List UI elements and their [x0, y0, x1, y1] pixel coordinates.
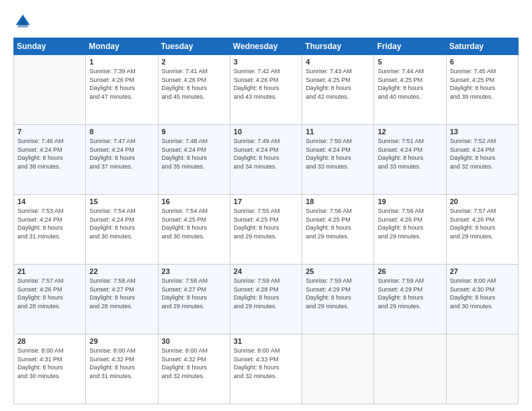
day-number: 27	[450, 267, 515, 275]
day-info: Sunrise: 7:58 AM Sunset: 4:27 PM Dayligh…	[162, 277, 226, 310]
calendar-cell: 17Sunrise: 7:55 AM Sunset: 4:25 PM Dayli…	[230, 195, 302, 265]
day-number: 13	[450, 128, 515, 136]
day-number: 11	[306, 128, 370, 136]
day-number: 31	[234, 337, 298, 345]
day-info: Sunrise: 7:50 AM Sunset: 4:24 PM Dayligh…	[306, 137, 370, 171]
day-number: 19	[378, 197, 442, 205]
day-number: 8	[89, 128, 154, 136]
calendar-cell: 29Sunrise: 8:00 AM Sunset: 4:32 PM Dayli…	[86, 334, 158, 404]
day-number: 24	[234, 267, 298, 275]
weekday-header-wednesday: Wednesday	[230, 38, 302, 55]
calendar-cell: 10Sunrise: 7:49 AM Sunset: 4:24 PM Dayli…	[230, 125, 302, 195]
calendar-cell: 30Sunrise: 8:00 AM Sunset: 4:32 PM Dayli…	[158, 334, 230, 404]
day-number: 18	[306, 197, 370, 205]
day-info: Sunrise: 8:00 AM Sunset: 4:32 PM Dayligh…	[162, 347, 226, 380]
day-info: Sunrise: 7:56 AM Sunset: 4:26 PM Dayligh…	[378, 207, 442, 240]
calendar-cell	[374, 334, 446, 404]
calendar-cell: 26Sunrise: 7:59 AM Sunset: 4:29 PM Dayli…	[374, 265, 446, 334]
calendar-table: SundayMondayTuesdayWednesdayThursdayFrid…	[13, 38, 519, 404]
day-info: Sunrise: 7:51 AM Sunset: 4:24 PM Dayligh…	[378, 137, 442, 171]
day-info: Sunrise: 7:49 AM Sunset: 4:24 PM Dayligh…	[234, 137, 298, 171]
day-number: 28	[17, 337, 82, 345]
calendar-cell	[302, 334, 374, 404]
day-number: 1	[89, 58, 154, 66]
day-number: 10	[234, 128, 298, 136]
calendar-cell: 13Sunrise: 7:52 AM Sunset: 4:24 PM Dayli…	[446, 125, 518, 195]
logo	[13, 12, 34, 31]
day-info: Sunrise: 7:59 AM Sunset: 4:29 PM Dayligh…	[378, 277, 442, 310]
page: SundayMondayTuesdayWednesdayThursdayFrid…	[0, 0, 532, 411]
calendar-cell: 31Sunrise: 8:00 AM Sunset: 4:33 PM Dayli…	[230, 334, 302, 404]
calendar-cell: 7Sunrise: 7:46 AM Sunset: 4:24 PM Daylig…	[14, 125, 86, 195]
weekday-header-friday: Friday	[374, 38, 446, 55]
day-info: Sunrise: 7:46 AM Sunset: 4:24 PM Dayligh…	[17, 137, 82, 171]
weekday-header-thursday: Thursday	[302, 38, 374, 55]
day-info: Sunrise: 7:44 AM Sunset: 4:25 PM Dayligh…	[378, 67, 442, 101]
day-number: 17	[234, 197, 298, 205]
day-info: Sunrise: 7:48 AM Sunset: 4:24 PM Dayligh…	[162, 137, 226, 171]
calendar-cell: 22Sunrise: 7:58 AM Sunset: 4:27 PM Dayli…	[86, 265, 158, 334]
day-info: Sunrise: 7:59 AM Sunset: 4:29 PM Dayligh…	[306, 277, 370, 310]
day-info: Sunrise: 8:00 AM Sunset: 4:30 PM Dayligh…	[450, 277, 515, 310]
weekday-header-monday: Monday	[86, 38, 158, 55]
calendar-cell: 11Sunrise: 7:50 AM Sunset: 4:24 PM Dayli…	[302, 125, 374, 195]
calendar-cell: 8Sunrise: 7:47 AM Sunset: 4:24 PM Daylig…	[86, 125, 158, 195]
calendar-cell: 12Sunrise: 7:51 AM Sunset: 4:24 PM Dayli…	[374, 125, 446, 195]
day-info: Sunrise: 7:43 AM Sunset: 4:25 PM Dayligh…	[306, 67, 370, 101]
calendar-cell: 23Sunrise: 7:58 AM Sunset: 4:27 PM Dayli…	[158, 265, 230, 334]
day-number: 4	[306, 58, 370, 66]
day-info: Sunrise: 8:00 AM Sunset: 4:33 PM Dayligh…	[234, 347, 298, 380]
day-number: 30	[162, 337, 226, 345]
day-info: Sunrise: 7:39 AM Sunset: 4:26 PM Dayligh…	[89, 67, 154, 101]
day-info: Sunrise: 7:55 AM Sunset: 4:25 PM Dayligh…	[234, 207, 298, 240]
day-number: 9	[162, 128, 226, 136]
calendar-cell: 18Sunrise: 7:56 AM Sunset: 4:25 PM Dayli…	[302, 195, 374, 265]
day-number: 20	[450, 197, 515, 205]
calendar-cell: 4Sunrise: 7:43 AM Sunset: 4:25 PM Daylig…	[302, 55, 374, 125]
day-number: 22	[89, 267, 154, 275]
day-number: 15	[89, 197, 154, 205]
calendar-cell: 24Sunrise: 7:59 AM Sunset: 4:28 PM Dayli…	[230, 265, 302, 334]
day-info: Sunrise: 7:59 AM Sunset: 4:28 PM Dayligh…	[234, 277, 298, 310]
day-number: 7	[17, 128, 82, 136]
calendar-cell: 6Sunrise: 7:45 AM Sunset: 4:25 PM Daylig…	[446, 55, 518, 125]
day-number: 21	[17, 267, 82, 275]
calendar-cell	[14, 55, 86, 125]
day-info: Sunrise: 7:47 AM Sunset: 4:24 PM Dayligh…	[89, 137, 154, 171]
day-info: Sunrise: 8:00 AM Sunset: 4:32 PM Dayligh…	[89, 347, 154, 380]
day-info: Sunrise: 7:41 AM Sunset: 4:26 PM Dayligh…	[162, 67, 226, 101]
calendar-cell: 16Sunrise: 7:54 AM Sunset: 4:25 PM Dayli…	[158, 195, 230, 265]
day-number: 12	[378, 128, 442, 136]
day-number: 29	[89, 337, 154, 345]
calendar-cell: 15Sunrise: 7:54 AM Sunset: 4:24 PM Dayli…	[86, 195, 158, 265]
day-number: 16	[162, 197, 226, 205]
header	[13, 12, 519, 31]
day-number: 5	[378, 58, 442, 66]
generalblue-logo-icon	[13, 12, 32, 31]
weekday-header-saturday: Saturday	[446, 38, 518, 55]
day-info: Sunrise: 7:54 AM Sunset: 4:25 PM Dayligh…	[162, 207, 226, 240]
day-info: Sunrise: 7:53 AM Sunset: 4:24 PM Dayligh…	[17, 207, 82, 240]
calendar-cell: 27Sunrise: 8:00 AM Sunset: 4:30 PM Dayli…	[446, 265, 518, 334]
calendar-cell: 3Sunrise: 7:42 AM Sunset: 4:26 PM Daylig…	[230, 55, 302, 125]
calendar-cell	[446, 334, 518, 404]
weekday-header-tuesday: Tuesday	[158, 38, 230, 55]
calendar-cell: 2Sunrise: 7:41 AM Sunset: 4:26 PM Daylig…	[158, 55, 230, 125]
day-info: Sunrise: 7:42 AM Sunset: 4:26 PM Dayligh…	[234, 67, 298, 101]
day-info: Sunrise: 7:56 AM Sunset: 4:25 PM Dayligh…	[306, 207, 370, 240]
day-info: Sunrise: 8:00 AM Sunset: 4:31 PM Dayligh…	[17, 347, 82, 380]
day-info: Sunrise: 7:58 AM Sunset: 4:27 PM Dayligh…	[89, 277, 154, 310]
day-number: 3	[234, 58, 298, 66]
calendar-cell: 14Sunrise: 7:53 AM Sunset: 4:24 PM Dayli…	[14, 195, 86, 265]
day-info: Sunrise: 7:57 AM Sunset: 4:26 PM Dayligh…	[17, 277, 82, 310]
day-info: Sunrise: 7:57 AM Sunset: 4:26 PM Dayligh…	[450, 207, 515, 240]
calendar-cell: 20Sunrise: 7:57 AM Sunset: 4:26 PM Dayli…	[446, 195, 518, 265]
day-info: Sunrise: 7:54 AM Sunset: 4:24 PM Dayligh…	[89, 207, 154, 240]
calendar-cell: 5Sunrise: 7:44 AM Sunset: 4:25 PM Daylig…	[374, 55, 446, 125]
weekday-header-sunday: Sunday	[14, 38, 86, 55]
day-number: 14	[17, 197, 82, 205]
calendar-cell: 1Sunrise: 7:39 AM Sunset: 4:26 PM Daylig…	[86, 55, 158, 125]
calendar-cell: 19Sunrise: 7:56 AM Sunset: 4:26 PM Dayli…	[374, 195, 446, 265]
calendar-cell: 28Sunrise: 8:00 AM Sunset: 4:31 PM Dayli…	[14, 334, 86, 404]
calendar-cell: 21Sunrise: 7:57 AM Sunset: 4:26 PM Dayli…	[14, 265, 86, 334]
